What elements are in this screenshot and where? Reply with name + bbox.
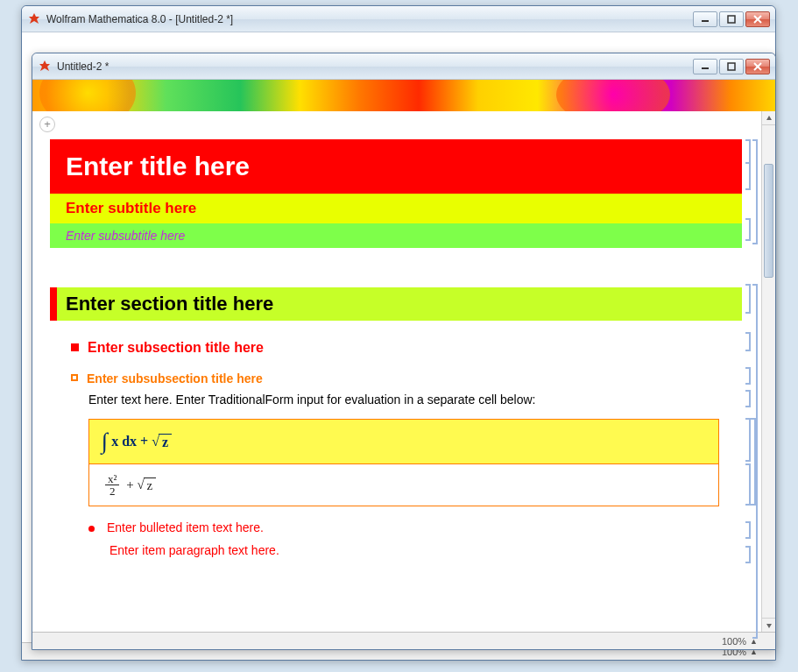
math-op: +: [137, 434, 152, 449]
main-window-controls: [693, 11, 770, 27]
svg-marker-10: [766, 116, 772, 120]
new-cell-button[interactable]: +: [39, 117, 55, 132]
minimize-button[interactable]: [693, 59, 717, 74]
scroll-down-button[interactable]: [762, 618, 775, 632]
notebook-window-title: Untitled-2 *: [57, 60, 693, 73]
math-var: x: [111, 434, 122, 449]
square-bullet-icon: [71, 343, 79, 351]
notebook-zoom-level[interactable]: 100%: [722, 636, 746, 647]
sqrt-icon: √z: [152, 434, 172, 450]
vertical-scrollbar[interactable]: [761, 111, 775, 632]
maximize-button[interactable]: [719, 59, 744, 74]
svg-rect-2: [728, 16, 735, 23]
zoom-caret-icon[interactable]: ▲: [750, 637, 758, 646]
math-differential: dx: [122, 434, 137, 449]
subsection-text: Enter subsection title here: [88, 340, 264, 356]
section-accent-bar: [50, 287, 57, 321]
sqrt-icon: √z: [137, 477, 156, 493]
input-cell[interactable]: ∫ x dx + √z: [89, 420, 718, 464]
mathematica-icon: [38, 60, 52, 74]
close-button[interactable]: [745, 59, 770, 74]
notebook-window-controls: [693, 59, 770, 74]
fraction: x²2: [105, 473, 119, 497]
integral-icon: ∫: [102, 428, 108, 455]
scroll-up-button[interactable]: [762, 111, 775, 125]
svg-rect-7: [728, 63, 735, 70]
subsubsection-cell[interactable]: Enter subsubsection title here: [71, 371, 775, 386]
text-cell[interactable]: Enter text here. Enter TraditionalForm i…: [88, 393, 775, 407]
main-window-title: Wolfram Mathematica 8.0 - [Untitled-2 *]: [46, 13, 693, 25]
svg-marker-0: [29, 13, 39, 24]
math-op: +: [123, 477, 137, 492]
scroll-thumb[interactable]: [764, 164, 773, 278]
subsubsection-text: Enter subsubsection title here: [87, 371, 263, 386]
svg-marker-5: [39, 60, 50, 71]
stylesheet-banner: [32, 80, 775, 111]
notebook-statusbar: 100% ▲: [32, 632, 775, 649]
bulleted-item-cell[interactable]: Enter bulleted item text here.: [88, 520, 775, 534]
open-square-bullet-icon: [71, 374, 78, 381]
title-cell[interactable]: Enter title here: [50, 139, 742, 194]
minimize-button[interactable]: [693, 11, 717, 27]
close-button[interactable]: [745, 11, 770, 27]
section-cell[interactable]: Enter section title here: [50, 287, 742, 321]
subsubtitle-cell[interactable]: Enter subsubtitle here: [50, 223, 742, 248]
math-cell-group: ∫ x dx + √z x²2 + √z: [88, 419, 719, 506]
bulleted-item-text: Enter bulleted item text here.: [107, 520, 264, 534]
section-title-text: Enter section title here: [57, 287, 282, 321]
svg-marker-11: [766, 624, 772, 628]
notebook-titlebar[interactable]: Untitled-2 *: [32, 53, 775, 80]
notebook-window: Untitled-2 * + Enter title here Enter su…: [32, 53, 776, 650]
notebook-body[interactable]: + Enter title here Enter subtitle here E…: [32, 111, 775, 632]
bullet-icon: [88, 526, 95, 532]
output-cell[interactable]: x²2 + √z: [89, 464, 718, 506]
subtitle-cell[interactable]: Enter subtitle here: [50, 194, 742, 223]
maximize-button[interactable]: [719, 11, 744, 27]
mathematica-icon: [27, 12, 41, 26]
item-paragraph-cell[interactable]: Enter item paragraph text here.: [109, 543, 775, 557]
subsection-cell[interactable]: Enter subsection title here: [71, 340, 775, 356]
main-titlebar[interactable]: Wolfram Mathematica 8.0 - [Untitled-2 *]: [22, 6, 775, 32]
